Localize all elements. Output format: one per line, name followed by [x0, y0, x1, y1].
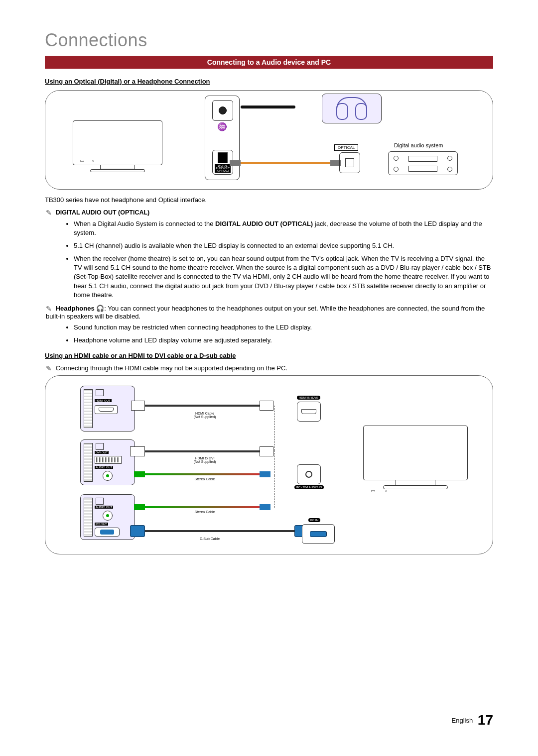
hdmi-cable-icon	[145, 405, 260, 407]
page-number: 17	[478, 712, 493, 728]
headphones-icon: 🎧	[96, 305, 104, 312]
note-icon: ✎	[46, 305, 54, 313]
optical-label: OPTICAL	[334, 144, 358, 151]
dashed-line-icon	[274, 406, 275, 450]
headphones-icon	[322, 94, 382, 123]
dashed-line-icon	[274, 475, 275, 508]
headphones-bullets: Sound function may be restricted when co…	[74, 323, 493, 345]
note-icon: ✎	[46, 364, 54, 372]
digital-audio-out-heading: ✎ DIGITAL AUDIO OUT (OPTICAL)	[45, 209, 493, 216]
note-icon: ✎	[46, 209, 54, 216]
hdmi-cable-label: HDMI Cable(Not Supplied)	[185, 412, 225, 419]
tv-icon	[363, 426, 468, 495]
dashed-line-icon	[274, 450, 275, 475]
stereo-cable-label-2: Stereo Cable	[185, 510, 225, 514]
tv-audio-in-label: PC / DVI AUDIO IN	[294, 485, 324, 489]
chapter-title: Connections	[45, 30, 493, 51]
footer-language: English	[452, 717, 473, 724]
stereo-cable-label: Stereo Cable	[185, 477, 225, 481]
dsub-cable-label: D-Sub Cable	[190, 537, 230, 540]
tv-rear-panel-icon: ♒ DIGITAL AUDIO OUT (OPTICAL)	[205, 96, 240, 180]
optical-port-icon	[339, 152, 360, 173]
list-item: 5.1 CH (channel) audio is available when…	[74, 241, 493, 250]
headphones-port-icon: ♒	[217, 122, 227, 131]
list-item: Headphone volume and LED display volume …	[74, 336, 493, 345]
connection-diagram-pc: HDMI OUT HDMI Cable(Not Supplied) HDMI I…	[45, 375, 493, 554]
digital-audio-out-bullets: When a Digital Audio System is connected…	[74, 219, 493, 300]
digital-audio-system-icon	[388, 151, 458, 175]
list-item: When a Digital Audio System is connected…	[74, 219, 493, 237]
tv-pc-in-label: PC IN	[308, 518, 320, 522]
hdmi-to-dvi-cable-icon	[145, 450, 260, 452]
connection-diagram-audio: ♒ DIGITAL AUDIO OUT (OPTICAL) OPTICAL Di…	[45, 90, 493, 190]
subheading-hdmi-dvi-dsub: Using an HDMI cable or an HDMI to DVI ca…	[45, 352, 493, 359]
tv-pc-in-port-icon	[302, 524, 335, 544]
page-footer: English 17	[452, 712, 493, 728]
tv-hdmi-port-icon	[297, 402, 321, 422]
stereo-cable-icon	[145, 506, 260, 508]
list-item: When the receiver (home theatre) is set …	[74, 254, 493, 300]
headphones-note: ✎ Headphones 🎧: You can connect your hea…	[45, 305, 493, 320]
tv-icon	[73, 120, 162, 175]
pc-hdmi-icon: HDMI OUT	[80, 386, 135, 432]
tv-audio-in-port-icon	[297, 464, 321, 484]
pc-dvi-icon: DVI OUT AUDIO OUT	[80, 439, 135, 485]
list-item: Sound function may be restricted when co…	[74, 323, 493, 332]
hdmi-dvi-cable-label: HDMI to DVI(Not Supplied)	[185, 456, 225, 463]
digital-audio-system-label: Digital audio system	[394, 142, 443, 148]
hdmi-pc-support-note: ✎ Connecting through the HDMI cable may …	[45, 364, 493, 372]
section-heading-bar: Connecting to a Audio device and PC	[45, 56, 493, 69]
headphone-cable-icon	[241, 106, 295, 108]
tv-hdmi-in-label: HDMI IN (DVI)	[297, 396, 320, 400]
headphone-jack-icon	[212, 100, 233, 121]
dsub-cable-icon	[145, 530, 294, 532]
optical-cable-icon	[241, 162, 330, 164]
subheading-optical-headphone: Using an Optical (Digital) or a Headphon…	[45, 78, 493, 85]
tb300-note: TB300 series have not headphone and Opti…	[45, 196, 493, 205]
pc-vga-icon: AUDIO OUT PC OUT	[80, 494, 135, 540]
stereo-cable-icon	[145, 473, 260, 475]
